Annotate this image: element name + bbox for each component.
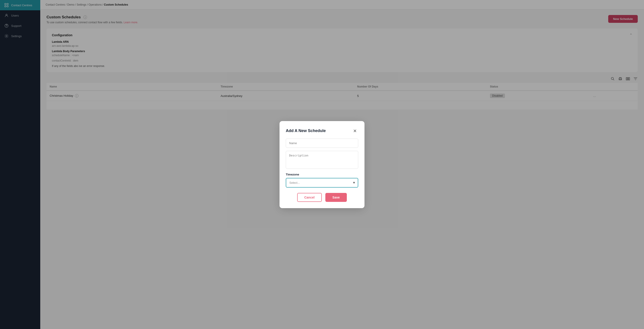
save-button[interactable]: Save [325, 193, 347, 202]
timezone-label: Timezone [286, 173, 358, 176]
modal-actions: Cancel Save [286, 193, 358, 202]
modal-name-field [286, 139, 358, 148]
modal-overlay: Add A New Schedule ✕ Timezone Select... … [40, 0, 644, 329]
main-content: Contact Centres / Demo / Settings / Oper… [40, 0, 644, 329]
timezone-select[interactable]: Select... Australia/Sydney UTC America/N… [286, 178, 358, 188]
modal-timezone-field: Timezone Select... Australia/Sydney UTC … [286, 173, 358, 188]
modal-description-field [286, 151, 358, 170]
name-input[interactable] [286, 139, 358, 148]
cancel-button[interactable]: Cancel [297, 193, 322, 202]
description-input[interactable] [286, 151, 358, 169]
timezone-select-wrapper: Select... Australia/Sydney UTC America/N… [286, 178, 358, 188]
add-schedule-modal: Add A New Schedule ✕ Timezone Select... … [280, 121, 364, 208]
modal-title: Add A New Schedule [286, 128, 326, 133]
modal-close-button[interactable]: ✕ [352, 128, 358, 134]
modal-header: Add A New Schedule ✕ [286, 128, 358, 134]
